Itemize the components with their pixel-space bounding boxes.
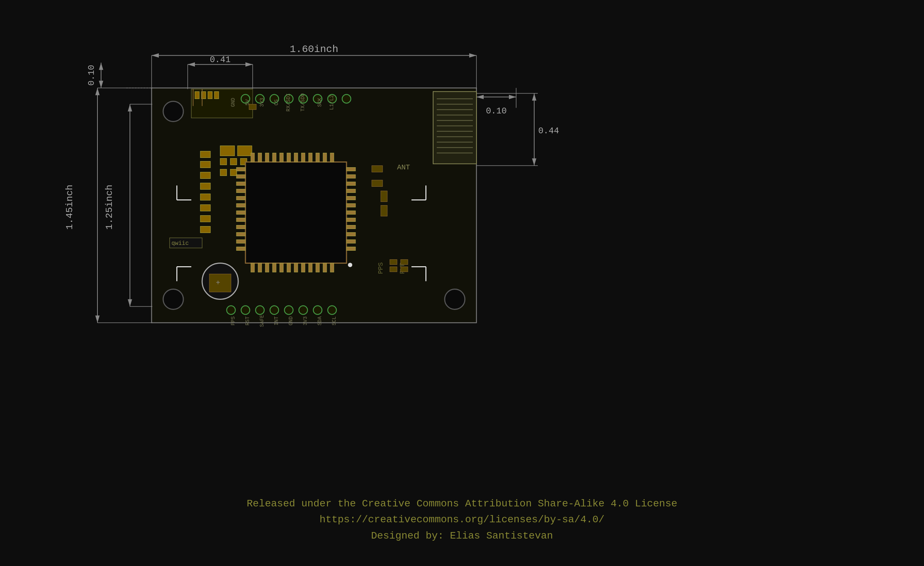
svg-rect-91: [237, 146, 252, 156]
svg-rect-93: [230, 158, 237, 165]
svg-text:3V3: 3V3: [303, 316, 308, 325]
svg-marker-30: [95, 88, 100, 95]
svg-rect-100: [236, 182, 245, 186]
svg-text:+: +: [216, 279, 220, 287]
svg-rect-101: [236, 189, 245, 193]
svg-rect-92: [220, 158, 226, 165]
svg-rect-121: [346, 247, 356, 251]
svg-rect-82: [200, 151, 210, 158]
svg-rect-84: [200, 172, 210, 179]
svg-rect-153: [433, 92, 476, 164]
svg-rect-133: [330, 153, 334, 162]
svg-text:SAFE: SAFE: [259, 315, 265, 327]
svg-marker-31: [95, 316, 100, 323]
svg-point-71: [299, 306, 308, 315]
svg-point-44: [445, 289, 465, 310]
svg-marker-25: [532, 158, 536, 166]
svg-text:INT: INT: [274, 316, 279, 325]
svg-rect-128: [294, 153, 298, 162]
svg-point-70: [284, 306, 293, 315]
svg-point-174: [348, 263, 352, 267]
svg-text:SCK: SCK: [317, 98, 322, 107]
svg-text:GND: GND: [230, 98, 236, 107]
svg-point-42: [445, 101, 465, 122]
svg-rect-96: [230, 169, 237, 176]
svg-rect-141: [302, 263, 305, 272]
svg-rect-136: [265, 263, 269, 272]
svg-rect-105: [236, 218, 245, 222]
svg-rect-104: [236, 211, 245, 215]
svg-point-73: [328, 306, 336, 315]
svg-rect-115: [346, 204, 356, 207]
svg-text:SDA: SDA: [317, 316, 322, 325]
svg-text:RST: RST: [245, 316, 250, 325]
svg-text:GND: GND: [288, 316, 294, 325]
svg-text:L1/L2: L1/L2: [329, 95, 334, 110]
svg-text:0.10: 0.10: [87, 65, 96, 86]
svg-rect-131: [316, 153, 320, 162]
svg-rect-152: [381, 206, 387, 216]
svg-rect-85: [200, 183, 210, 190]
svg-text:RX/SDI: RX/SDI: [285, 93, 291, 111]
svg-rect-180: [390, 267, 397, 272]
svg-point-43: [163, 289, 183, 310]
svg-rect-114: [346, 197, 356, 200]
svg-rect-109: [236, 247, 245, 251]
svg-rect-140: [294, 263, 298, 272]
svg-rect-122: [251, 153, 255, 162]
license-footer: Released under the Creative Commons Attr…: [0, 496, 924, 544]
svg-rect-113: [346, 189, 356, 193]
svg-rect-186: [249, 104, 256, 110]
svg-rect-179: [390, 260, 397, 265]
svg-text:5V: 5V: [245, 99, 250, 105]
svg-marker-10: [99, 81, 103, 88]
svg-point-69: [270, 306, 279, 315]
svg-text:qwiic: qwiic: [171, 240, 189, 247]
svg-rect-0: [152, 88, 476, 323]
svg-rect-175: [170, 238, 202, 248]
license-line1: Released under the Creative Commons Attr…: [0, 496, 924, 512]
svg-text:CS: CS: [274, 99, 279, 105]
svg-point-57: [342, 95, 351, 103]
svg-rect-181: [400, 260, 408, 265]
svg-point-68: [255, 306, 264, 315]
svg-rect-95: [220, 169, 226, 176]
svg-rect-125: [273, 153, 276, 162]
svg-rect-97: [245, 162, 346, 263]
svg-rect-135: [258, 263, 262, 272]
svg-rect-110: [346, 168, 356, 171]
svg-rect-98: [236, 168, 245, 171]
svg-point-67: [241, 306, 250, 315]
pcb-wrapper: 1.60inch 0.10 0.41 0.10: [0, 11, 924, 566]
svg-rect-182: [400, 267, 408, 272]
svg-rect-117: [346, 218, 356, 222]
svg-text:0.10: 0.10: [486, 106, 507, 116]
svg-rect-144: [323, 263, 327, 272]
svg-point-146: [202, 263, 238, 300]
svg-marker-19: [476, 95, 484, 99]
svg-rect-49: [214, 92, 219, 99]
svg-rect-99: [236, 175, 245, 178]
svg-rect-124: [265, 153, 269, 162]
svg-text:0.41: 0.41: [210, 55, 231, 65]
svg-rect-118: [346, 226, 356, 229]
svg-marker-37: [128, 300, 132, 307]
svg-point-41: [163, 101, 183, 122]
svg-text:TX/SDO: TX/SDO: [300, 93, 306, 111]
svg-point-50: [241, 95, 250, 103]
svg-text:SCL: SCL: [332, 316, 337, 325]
svg-rect-127: [287, 153, 291, 162]
svg-text:3V3: 3V3: [259, 98, 265, 107]
svg-rect-107: [236, 233, 245, 236]
svg-rect-45: [191, 89, 253, 118]
svg-rect-102: [236, 197, 245, 200]
svg-rect-47: [201, 92, 206, 99]
svg-rect-83: [200, 161, 210, 168]
license-line2: https://creativecommons.org/licenses/by-…: [0, 512, 924, 528]
svg-rect-108: [236, 240, 245, 244]
svg-point-56: [328, 95, 336, 103]
svg-rect-126: [280, 153, 284, 162]
svg-rect-94: [240, 158, 247, 165]
svg-rect-112: [346, 182, 356, 186]
svg-marker-3: [469, 53, 476, 58]
